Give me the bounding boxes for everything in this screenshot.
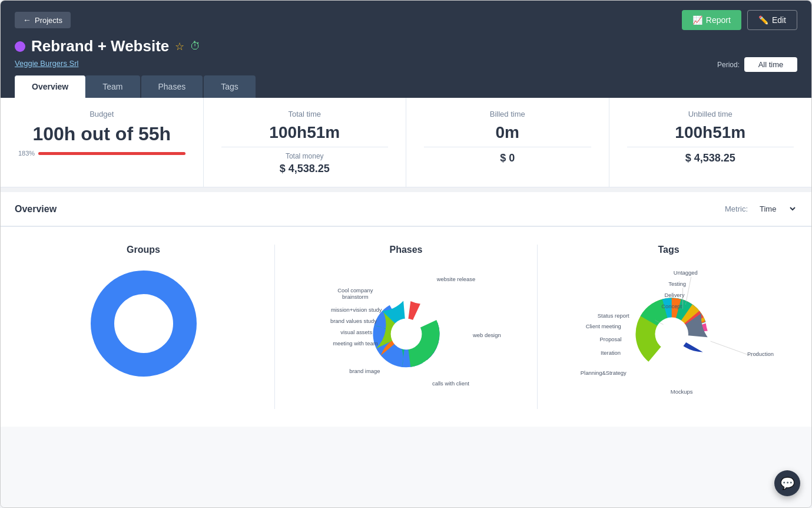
phases-chart-title: Phases [389,245,422,255]
billed-time-label: Billed time [424,110,591,118]
tracking-icon[interactable]: ⏱ [190,40,201,52]
period-label: Period: [717,61,740,69]
back-button[interactable]: ← Projects [15,12,71,28]
tag-label-concept: Concept [661,303,682,309]
tabs: Overview Team Phases Tags [1,75,811,98]
svg-point-2 [390,318,422,349]
tag-label-iteration: Iteration [601,349,621,356]
metric-select[interactable]: Time Money [753,202,797,216]
header: ← Projects 📈 Report ✏️ Edit Rebrand + We… [1,1,811,98]
tags-chart-title: Tags [658,245,679,255]
unbilled-time-label: Unbilled time [627,110,794,118]
back-label: Projects [35,16,62,25]
report-button[interactable]: 📈 Report [682,10,741,30]
total-time-label: Total time [221,110,389,118]
total-time-stat: Total time 100h51m Total money $ 4,538.2… [204,98,407,187]
phase-label-website-release: website release [436,276,475,282]
phase-label-brainstorm2: brainstorm [342,293,369,300]
tag-label-testing: Testing [668,281,686,287]
progress-track [38,152,185,155]
project-color-dot [15,41,25,52]
budget-stat: Budget 100h out of 55h 183% [1,98,204,187]
report-label: Report [706,15,731,25]
phase-label-visual: visual assets [340,329,372,335]
budget-value: 100h out of 55h [18,123,185,145]
phase-label-brainstorm: Cool company [337,287,373,293]
groups-chart-title: Groups [127,245,160,255]
tab-overview[interactable]: Overview [15,75,85,98]
tag-label-client: Client meeting [585,323,621,329]
charts-container: Groups Design team Phases [1,226,811,427]
tab-tags[interactable]: Tags [204,75,256,98]
project-subtitle: Veggie Burgers Srl [1,58,811,73]
tags-donut-chart: Untagged Testing Delivery Concept Status… [557,265,781,409]
edit-label: Edit [772,15,786,25]
groups-donut-chart: Design team [85,265,203,382]
phase-label-calls: calls with client [432,380,469,387]
svg-line-4 [685,277,691,305]
phases-donut-chart: website release Cool company brainstorm … [300,265,512,409]
total-money-value: $ 4,538.25 [221,163,389,175]
phase-label-web-design: web design [472,332,501,338]
total-time-value: 100h51m [221,123,389,142]
overview-header: Overview Metric: Time Money [1,187,811,226]
unbilled-money-value: $ 4,538.25 [627,152,794,164]
tag-label-untagged: Untagged [673,269,697,276]
header-actions: 📈 Report ✏️ Edit [682,10,797,30]
project-title-row: Rebrand + Website ☆ ⏱ [1,30,811,58]
metric-label: Metric: [725,204,748,213]
metric-row: Metric: Time Money [725,202,797,216]
tab-team[interactable]: Team [85,75,140,98]
phase-label-brand-image: brand image [349,368,380,374]
edit-button[interactable]: ✏️ Edit [747,10,797,30]
app-container: ← Projects 📈 Report ✏️ Edit Rebrand + We… [0,0,812,508]
tag-label-production: Production [747,351,773,357]
total-money-label: Total money [221,152,389,160]
tag-label-proposal: Proposal [599,336,621,342]
chat-icon: 💬 [780,476,795,490]
edit-icon: ✏️ [758,15,768,25]
period-row: Period: All time [717,57,797,72]
billed-time-stat: Billed time 0m $ 0 [406,98,609,187]
tags-chart-section: Tags [538,245,800,409]
billed-money-value: $ 0 [424,152,591,164]
tag-label-status: Status report [597,312,629,319]
phase-label-mission: mission+vision study [330,306,382,313]
stats-bar: Budget 100h out of 55h 183% Total time 1… [1,98,811,187]
project-title: Rebrand + Website [31,37,169,55]
overview-section: Overview Metric: Time Money Groups Desig… [1,187,811,507]
groups-chart-section: Groups Design team [12,245,275,409]
tab-phases[interactable]: Phases [141,75,203,98]
phase-label-brand-values: brand values study [330,318,376,324]
svg-point-3 [655,318,688,351]
budget-progress: 183% [18,150,185,157]
report-icon: 📈 [692,15,702,25]
back-arrow-icon: ← [23,15,31,25]
overview-title: Overview [15,204,57,215]
budget-pct: 183% [18,150,35,157]
client-link[interactable]: Veggie Burgers Srl [15,59,78,68]
budget-label: Budget [18,110,185,118]
phases-chart-section: Phases [275,245,538,409]
period-button[interactable]: All time [744,57,797,72]
tag-label-planning: Planning&Strategy [580,370,626,376]
tag-label-mockups: Mockups [670,388,692,395]
progress-fill [38,152,185,155]
phase-label-meeting: meeting with team [333,340,377,347]
svg-point-1 [126,306,161,341]
billed-time-value: 0m [424,123,591,142]
tag-label-delivery: Delivery [664,292,684,298]
chat-button[interactable]: 💬 [774,470,800,496]
header-top: ← Projects 📈 Report ✏️ Edit [1,1,811,30]
unbilled-time-value: 100h51m [627,123,794,142]
star-icon[interactable]: ☆ [175,40,184,53]
svg-line-8 [710,341,752,356]
unbilled-time-stat: Unbilled time 100h51m $ 4,538.25 [609,98,812,187]
